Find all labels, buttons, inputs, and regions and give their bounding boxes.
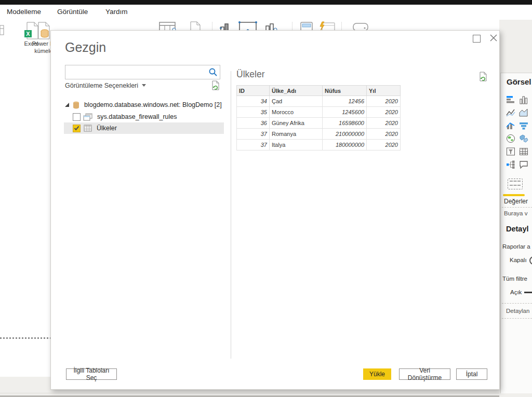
cell-year: 2020 — [367, 118, 401, 129]
cross-report-toggle[interactable]: Kapalı — [510, 256, 532, 265]
tree-root-row[interactable]: blogdemo.database.windows.net: BlogDemo … — [64, 99, 222, 111]
chevron-down-icon — [142, 84, 146, 87]
tree-item-ulkeler[interactable]: Ülkeler — [73, 122, 117, 134]
app-window: Modelleme Görüntüle Yardım X Excel Power… — [0, 0, 532, 397]
clustered-bar-chart-icon[interactable] — [504, 93, 517, 106]
database-icon — [73, 101, 79, 109]
search-box — [65, 65, 220, 79]
cell-id: 36 — [237, 118, 270, 129]
more-visuals-icon[interactable] — [264, 21, 278, 31]
visual-type-grid — [504, 93, 532, 171]
cell-population: 12456 — [323, 96, 367, 107]
values-active-underline — [503, 194, 525, 196]
cell-country: Romanya — [270, 129, 323, 140]
maximize-icon[interactable] — [473, 35, 481, 43]
tree-root-label: blogdemo.database.windows.net: BlogDemo … — [84, 101, 222, 108]
preview-title: Ülkeler — [236, 69, 264, 80]
cell-id: 37 — [237, 129, 270, 140]
load-button[interactable]: Yükle — [363, 368, 391, 380]
powerbi-datasets-icon[interactable] — [36, 22, 52, 39]
cell-country: Çad — [270, 96, 323, 107]
bottom-divider — [0, 393, 532, 393]
text-box-icon[interactable] — [238, 21, 258, 31]
tree-item-sys[interactable]: sys.database_firewall_rules — [73, 111, 177, 122]
tree-item-label: Ülkeler — [97, 125, 117, 132]
cell-id: 35 — [237, 107, 270, 118]
menu-goruntule[interactable]: Görüntüle — [57, 8, 88, 16]
menu-yardim[interactable]: Yardım — [105, 8, 128, 16]
toggle-off-knob — [529, 256, 532, 265]
globe-map-icon[interactable] — [504, 132, 517, 145]
column-header: Yıl — [367, 86, 401, 96]
table-visual-icon[interactable] — [517, 145, 530, 158]
shape-map-icon[interactable] — [517, 132, 530, 145]
column-header: Nüfus — [323, 86, 367, 96]
column-header: Ülke_Adı — [270, 86, 323, 96]
checkbox-unchecked[interactable] — [73, 113, 81, 121]
table-row: 37 Italya 180000000 2020 — [237, 140, 401, 150]
new-visual-icon[interactable] — [219, 21, 234, 31]
cell-id: 34 — [237, 96, 270, 107]
cell-country: Morocco — [270, 107, 323, 118]
navigator-dialog: Gezgin Görüntüleme Seçenekleri — [50, 30, 500, 390]
expander-icon[interactable] — [64, 102, 70, 107]
clipped-left-icon[interactable] — [0, 24, 4, 36]
preview-table: ID Ülke_Adı Nüfus Yıl 34 Çad 12456 2020 … — [236, 85, 401, 150]
tree-item-label: sys.database_firewall_rules — [97, 113, 177, 120]
display-options-dropdown[interactable]: Görüntüleme Seçenekleri — [65, 82, 146, 89]
cancel-button[interactable]: İptal — [456, 368, 487, 380]
cell-country: Güney Afrika — [270, 118, 323, 129]
line-chart-icon[interactable] — [504, 106, 517, 119]
funnel-chart-icon[interactable] — [517, 119, 530, 132]
area-chart-icon[interactable] — [517, 106, 530, 119]
dataverse-icon[interactable] — [158, 21, 176, 31]
table-row: 34 Çad 12456 2020 — [237, 96, 401, 107]
close-icon[interactable] — [489, 33, 498, 43]
slicer-icon[interactable] — [504, 145, 517, 158]
menu-bar: Modelleme Görüntüle Yardım — [0, 5, 532, 20]
svg-text:X: X — [26, 31, 30, 37]
cell-year: 2020 — [367, 129, 401, 140]
cell-year: 2020 — [367, 96, 401, 107]
dialog-title: Gezgin — [65, 40, 106, 55]
checkbox-checked[interactable] — [73, 125, 81, 132]
values-field-icon — [508, 179, 523, 189]
preview-table-body: 34 Çad 12456 2020 35 Morocco 1245600 202… — [237, 96, 401, 150]
drill-section-heading: Detayl — [506, 225, 529, 233]
select-related-tables-button[interactable]: İlgili Tabloları Seç — [66, 368, 117, 380]
refresh-tree-icon[interactable] — [211, 80, 220, 90]
cell-year: 2020 — [367, 107, 401, 118]
decomposition-tree-icon[interactable] — [504, 158, 517, 171]
quick-measure-icon[interactable] — [318, 21, 336, 31]
cell-country: Italya — [270, 140, 323, 150]
comment-card-icon[interactable] — [517, 158, 530, 171]
pane-divider — [231, 71, 231, 359]
values-drop-zone[interactable]: Buraya v — [502, 207, 532, 219]
values-label: Değerler — [504, 198, 528, 205]
search-icon[interactable] — [208, 67, 218, 77]
visualizations-title: Görsel — [507, 77, 531, 86]
cross-report-label: Raporlar a — [502, 243, 530, 250]
recent-sources-icon[interactable] — [189, 21, 202, 31]
canvas-page-edge — [0, 337, 50, 339]
table-header-row: ID Ülke_Adı Nüfus Yıl — [237, 86, 401, 96]
toggle-on-track — [524, 292, 532, 293]
column-header: ID — [237, 86, 270, 96]
cell-population: 1245600 — [323, 107, 367, 118]
menu-modelleme[interactable]: Modelleme — [7, 8, 41, 16]
search-input[interactable] — [68, 66, 206, 78]
cell-population: 210000000 — [323, 129, 367, 140]
new-measure-icon[interactable] — [299, 21, 314, 31]
table-row: 37 Romanya 210000000 2020 — [237, 129, 401, 140]
button-shape-icon[interactable] — [352, 21, 369, 31]
refresh-preview-icon[interactable] — [478, 72, 488, 81]
cell-population: 16598600 — [323, 118, 367, 129]
keep-filters-label: Tüm filtre — [502, 276, 527, 282]
clustered-column-chart-icon[interactable] — [517, 93, 530, 106]
transform-data-button[interactable]: Veri Dönüştürme — [399, 368, 450, 380]
view-icon — [83, 113, 92, 121]
drillthrough-drop-zone[interactable]: Detaylan — [502, 303, 532, 319]
keep-filters-toggle[interactable]: Açık — [510, 289, 532, 295]
cell-id: 37 — [237, 140, 270, 150]
combo-chart-icon[interactable] — [504, 119, 517, 132]
